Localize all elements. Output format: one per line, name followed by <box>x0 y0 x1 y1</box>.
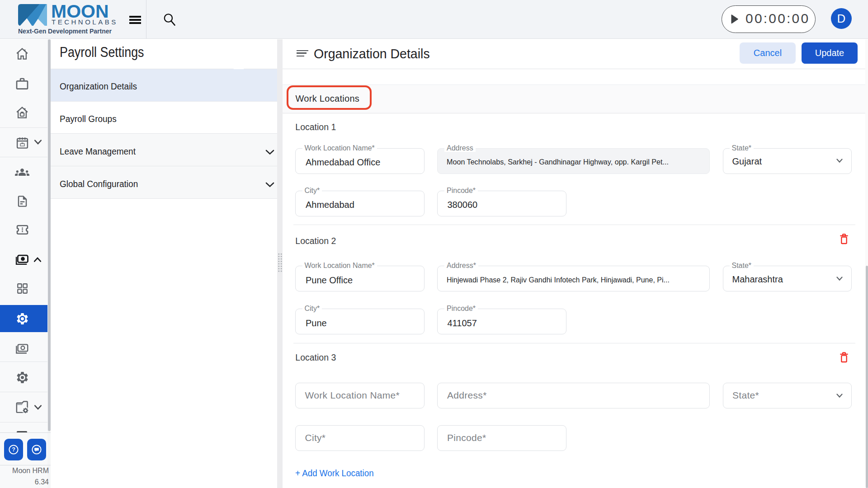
svg-text:?: ? <box>12 446 15 453</box>
